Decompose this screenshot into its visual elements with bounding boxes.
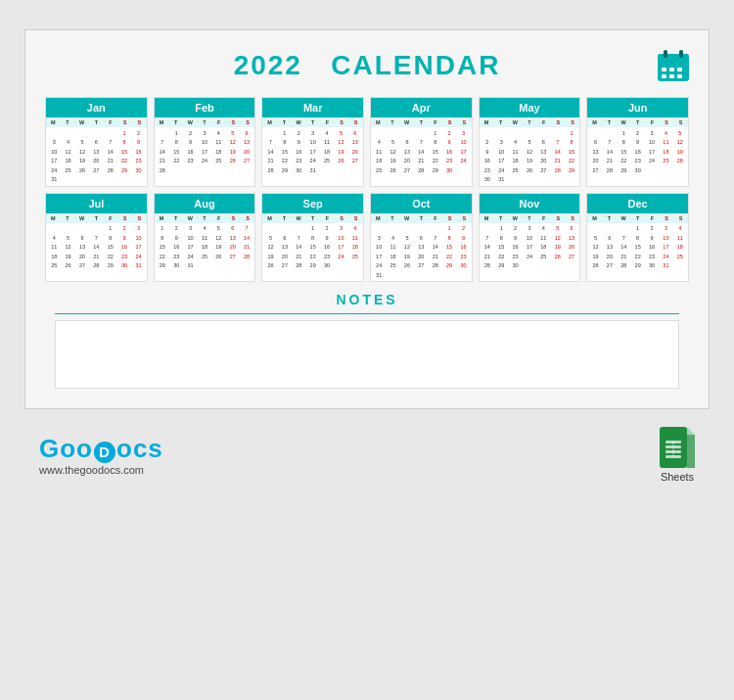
day-label-s-5: S [335, 117, 349, 127]
day-cell: 9 [320, 233, 334, 243]
day-label-s-6: S [566, 117, 580, 127]
day-cell: 2 [442, 128, 456, 138]
day-cell: 20 [226, 243, 240, 253]
day-label-s-5: S [442, 117, 457, 127]
day-cell [334, 261, 347, 271]
day-cell: 13 [400, 147, 414, 157]
day-cell [131, 175, 145, 185]
day-cell: 23 [481, 165, 494, 175]
day-cell: 3 [334, 224, 347, 234]
day-cell: 23 [508, 252, 522, 261]
notes-box[interactable] [55, 320, 679, 389]
days-grid-sep: 1234567891011121314151617181920212223242… [262, 223, 363, 272]
day-cell: 22 [442, 252, 456, 261]
days-grid-feb: 1234567891011121314151617181920212223242… [155, 127, 255, 176]
day-cell: 3 [183, 224, 197, 234]
day-cell: 29 [305, 261, 319, 271]
logo-url: www.thegoodocs.com [39, 464, 163, 476]
day-cell: 9 [169, 233, 183, 243]
day-cell: 25 [348, 252, 362, 261]
day-cell: 20 [89, 157, 103, 166]
month-block-oct: OctMTWTFSS123456789101112131415161718192… [370, 193, 473, 283]
day-cell: 9 [645, 233, 659, 243]
day-cell [673, 165, 687, 175]
day-cell: 21 [104, 157, 117, 166]
day-cell: 25 [673, 252, 687, 261]
day-labels-nov: MTWTFSS [480, 213, 580, 223]
day-label-s-6: S [457, 213, 472, 223]
day-cell [603, 224, 617, 234]
day-cell: 21 [603, 157, 617, 166]
day-cell: 18 [348, 243, 362, 253]
month-block-aug: AugMTWTFSS123456789101112131415161718192… [154, 193, 256, 283]
month-header-apr: Apr [371, 98, 472, 117]
day-cell: 19 [673, 147, 687, 157]
day-cell: 3 [131, 224, 145, 234]
day-label-f-4: F [429, 117, 443, 127]
day-cell: 5 [334, 128, 347, 138]
day-cell [348, 261, 362, 271]
day-cell [442, 271, 456, 281]
day-cell [386, 271, 399, 281]
day-cell: 10 [494, 147, 508, 157]
day-cell: 28 [481, 261, 494, 271]
day-cell [292, 224, 305, 234]
day-cell: 5 [386, 138, 399, 148]
day-cell: 19 [386, 157, 399, 166]
day-cell: 6 [603, 233, 617, 243]
day-cell [61, 128, 74, 138]
day-cell [400, 128, 414, 138]
day-cell: 23 [630, 157, 644, 166]
day-cell [603, 128, 617, 138]
day-cell: 22 [169, 157, 183, 166]
day-cell: 16 [481, 157, 494, 166]
day-cell [183, 165, 197, 175]
day-cell: 6 [348, 128, 362, 138]
day-cell: 1 [104, 224, 117, 234]
day-cell: 8 [278, 138, 292, 148]
day-label-t-1: T [168, 117, 183, 127]
day-cell: 17 [334, 243, 347, 253]
day-label-s-6: S [457, 117, 472, 127]
day-cell: 13 [75, 243, 89, 253]
day-label-f-4: F [104, 117, 118, 127]
day-label-t-1: T [602, 213, 617, 223]
day-cell: 8 [494, 233, 508, 243]
day-cell: 9 [117, 233, 131, 243]
day-cell: 25 [386, 261, 399, 271]
notes-title: NOTES [55, 292, 679, 307]
day-cell [456, 165, 470, 175]
day-cell [75, 175, 89, 185]
months-row-1: JanMTWTFSS123456789101112131415161718192… [45, 97, 689, 187]
month-block-jun: JunMTWTFSS123456789101112131415161718192… [586, 97, 689, 187]
day-cell: 16 [292, 147, 305, 157]
day-label-m-0: M [587, 117, 602, 127]
day-cell: 27 [400, 165, 414, 175]
day-cell: 24 [456, 157, 470, 166]
day-cell: 1 [169, 128, 183, 138]
day-cell: 15 [617, 147, 630, 157]
month-header-jun: Jun [587, 98, 688, 117]
day-cell: 26 [523, 165, 536, 175]
day-cell: 6 [226, 224, 240, 234]
day-cell: 7 [104, 138, 117, 148]
day-label-t-3: T [198, 117, 212, 127]
day-cell: 21 [156, 157, 169, 166]
day-cell: 15 [630, 243, 644, 253]
day-cell: 31 [47, 175, 61, 185]
day-cell: 2 [508, 224, 522, 234]
day-cell: 13 [278, 243, 292, 253]
day-cell: 11 [659, 138, 672, 148]
day-cell: 13 [89, 147, 103, 157]
day-cell: 16 [645, 243, 659, 253]
day-cell [386, 128, 399, 138]
day-cell: 28 [292, 261, 305, 271]
day-cell [588, 224, 602, 234]
day-label-m-0: M [262, 213, 277, 223]
day-label-s-5: S [117, 117, 132, 127]
day-label-w-2: W [399, 213, 414, 223]
day-cell [226, 261, 240, 271]
day-cell: 19 [551, 243, 565, 253]
day-cell: 6 [588, 138, 602, 148]
day-cell: 15 [117, 147, 131, 157]
